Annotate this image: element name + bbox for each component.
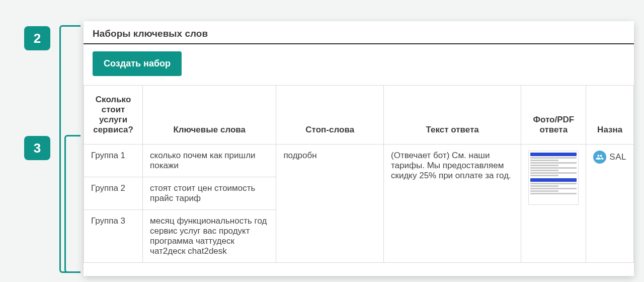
step-badge-2: 2 <box>24 26 50 50</box>
assignee-label: SAL <box>609 152 626 162</box>
section-title: Наборы ключевых слов <box>84 21 634 44</box>
keyword-sets-table: Сколько стоит услуги сервиса? Ключевые с… <box>84 85 634 263</box>
cell-group-name: Группа 3 <box>84 210 143 263</box>
cell-answer-text: (Отвечает бот) См. наши тарифы. Мы предо… <box>384 145 521 263</box>
keyword-sets-panel: Наборы ключевых слов Создать набор Сколь… <box>84 21 634 276</box>
bracket-3 <box>64 135 80 273</box>
create-set-button[interactable]: Создать набор <box>93 51 182 76</box>
table-row[interactable]: Группа 1 сколько почем как пришли покажи… <box>84 145 634 177</box>
attachment-thumbnail <box>528 151 579 205</box>
cell-keywords: стоят стоит цен стоимость прайс тариф <box>143 177 276 210</box>
cell-group-name: Группа 1 <box>84 145 143 177</box>
cell-group-name: Группа 2 <box>84 177 143 210</box>
col-header-photo: Фото/PDF ответа <box>521 86 586 145</box>
cell-keywords: месяц функциональность год сервис услуг … <box>143 210 276 263</box>
col-header-name: Сколько стоит услуги сервиса? <box>84 86 143 145</box>
cell-keywords: сколько почем как пришли покажи <box>143 145 276 177</box>
group-icon <box>593 151 606 164</box>
col-header-answer: Текст ответа <box>384 86 521 145</box>
table-header-row: Сколько стоит услуги сервиса? Ключевые с… <box>84 86 634 145</box>
step-badge-3: 3 <box>24 136 50 160</box>
cell-stopwords: подробн <box>276 145 384 263</box>
col-header-assigned: Назна <box>586 86 634 145</box>
cell-assignee[interactable]: SAL <box>586 145 634 263</box>
cell-photo-preview[interactable] <box>521 145 586 263</box>
col-header-keywords: Ключевые слова <box>143 86 276 145</box>
col-header-stopwords: Стоп-слова <box>276 86 384 145</box>
toolbar: Создать набор <box>84 44 634 85</box>
